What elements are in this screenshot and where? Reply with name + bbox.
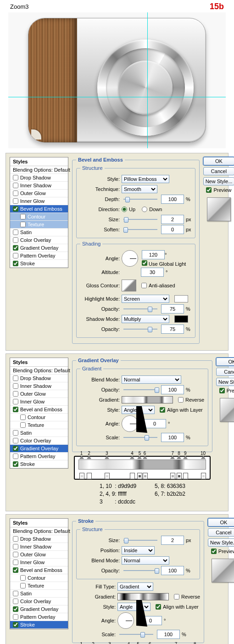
style-inner-glow[interactable]: Inner Glow [10,197,68,205]
style-texture[interactable]: Texture [10,221,68,229]
style-bevel-emboss[interactable]: Bevel and Emboss [10,566,68,574]
style-gradient-overlay[interactable]: Gradient Overlay [10,244,68,252]
position-select[interactable]: Inside [122,546,155,554]
style-drop-shadow[interactable]: Drop Shadow [10,535,68,543]
preview-check[interactable] [206,187,212,193]
align-check[interactable] [156,604,161,610]
reverse-check[interactable] [174,594,179,599]
style-inner-glow[interactable]: Inner Glow [10,398,68,406]
angle-input[interactable] [142,250,165,259]
cancel-button[interactable]: Cancel [203,167,234,175]
global-light-check[interactable] [142,260,147,266]
highlight-mode-select[interactable]: Screen [122,295,169,303]
size-slider[interactable] [123,219,157,220]
style-inner-glow[interactable]: Inner Glow [10,559,68,566]
align-check[interactable] [160,407,165,413]
style-texture[interactable]: Texture [10,421,68,429]
style-outer-glow[interactable]: Outer Glow [10,190,68,197]
bevel-technique-select[interactable]: Smooth [122,185,157,193]
soften-input[interactable] [161,225,184,234]
preview-check[interactable] [211,549,217,554]
style-texture[interactable]: Texture [10,582,68,590]
style-pattern-overlay[interactable]: Pattern Overlay [10,453,68,460]
blending-options[interactable]: Blending Options: Default [10,527,68,535]
new-style-button[interactable]: New Style... [216,378,234,386]
depth-input[interactable] [161,195,184,204]
style-inner-shadow[interactable]: Inner Shadow [10,543,68,551]
direction-down-radio[interactable] [142,207,147,212]
blending-options[interactable]: Blending Options: Default [10,367,68,375]
filltype-select[interactable]: Gradient [117,582,153,591]
style-drop-shadow[interactable]: Drop Shadow [10,174,68,182]
shadow-color-swatch[interactable] [174,315,188,323]
shadow-mode-select[interactable]: Multiply [122,315,169,323]
shadow-opacity-input[interactable] [161,325,184,334]
style-contour[interactable]: Contour [10,574,68,582]
style-drop-shadow[interactable]: Drop Shadow [10,375,68,382]
cancel-button[interactable]: Cancel [216,368,234,376]
new-style-button[interactable]: New Style... [208,538,234,547]
blend-mode-select[interactable]: Normal [122,375,181,384]
scale-input[interactable] [157,630,180,639]
angle-dial[interactable] [117,612,134,629]
scale-slider[interactable] [119,634,153,635]
style-satin[interactable]: Satin [10,229,68,236]
size-input[interactable] [161,536,184,545]
style-color-overlay[interactable]: Color Overlay [10,236,68,244]
gradient-picker[interactable] [122,396,173,403]
style-gradient-overlay[interactable]: Gradient Overlay [10,445,68,453]
altitude-input[interactable] [141,268,164,277]
style-satin[interactable]: Satin [10,590,68,598]
ok-button[interactable]: OK [203,157,234,165]
style-inner-shadow[interactable]: Inner Shadow [10,182,68,190]
opacity-slider[interactable] [123,389,157,390]
scale-slider[interactable] [123,437,157,438]
ok-button[interactable]: OK [208,518,234,526]
highlight-opacity-input[interactable] [161,304,184,314]
antialiased-check[interactable] [141,283,147,288]
style-outer-glow[interactable]: Outer Glow [10,551,68,559]
blending-options[interactable]: Blending Options: Default [10,166,68,174]
new-style-button[interactable]: New Style... [203,177,234,185]
style-satin[interactable]: Satin [10,429,68,437]
highlight-opacity-slider[interactable] [123,308,157,309]
direction-up-radio[interactable] [122,207,127,212]
highlight-color-swatch[interactable] [174,295,188,302]
gloss-contour-picker[interactable] [122,280,136,291]
ok-button[interactable]: OK [216,358,234,366]
style-gradient-overlay[interactable]: Gradient Overlay [10,605,68,613]
styles-header: Styles [10,157,68,166]
scale-input[interactable] [161,433,184,442]
style-color-overlay[interactable]: Color Overlay [10,598,68,605]
reverse-check[interactable] [178,397,184,403]
depth-slider[interactable] [123,199,157,200]
style-color-overlay[interactable]: Color Overlay [10,437,68,445]
angle-dial[interactable] [122,415,138,432]
style-stroke[interactable]: Stroke [10,621,68,629]
style-inner-shadow[interactable]: Inner Shadow [10,382,68,390]
gradient-picker[interactable] [117,593,169,600]
style-pattern-overlay[interactable]: Pattern Overlay [10,613,68,621]
svg-marker-0 [136,406,147,433]
preview-check[interactable] [219,388,225,393]
bevel-style-select[interactable]: Pillow Emboss [122,175,169,183]
size-input[interactable] [161,215,184,224]
style-stroke[interactable]: Stroke [10,460,68,468]
size-slider[interactable] [123,540,157,541]
opacity-input[interactable] [161,385,184,394]
gradient-editor[interactable]: 12345678910 [74,456,211,480]
style-contour[interactable]: Contour [10,213,68,221]
style-bevel-emboss[interactable]: Bevel and Emboss [10,205,68,213]
shadow-opacity-slider[interactable] [123,329,157,330]
angle-dial[interactable] [122,250,138,267]
style-stroke[interactable]: Stroke [10,260,68,268]
opacity-slider[interactable] [123,570,157,571]
cancel-button[interactable]: Cancel [208,528,234,537]
style-contour[interactable]: Contour [10,414,68,421]
blend-mode-select[interactable]: Normal [122,556,169,565]
opacity-input[interactable] [161,566,184,575]
style-outer-glow[interactable]: Outer Glow [10,390,68,398]
soften-slider[interactable] [123,229,157,230]
style-bevel-emboss[interactable]: Bevel and Emboss [10,406,68,414]
style-pattern-overlay[interactable]: Pattern Overlay [10,252,68,260]
